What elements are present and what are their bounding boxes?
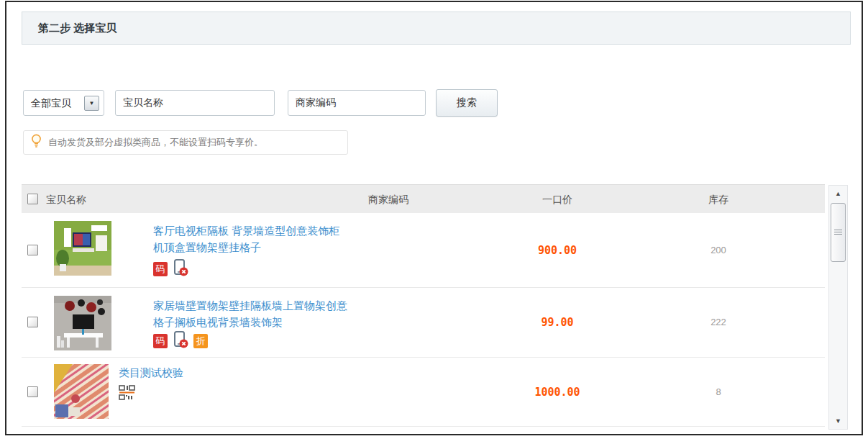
table-row: 家居墙壁置物架壁挂隔板墙上置物架创意 格子搁板电视背景墙装饰架 码 折 99.0… bbox=[22, 288, 825, 358]
merchant-code-input[interactable] bbox=[288, 90, 426, 116]
product-title-link[interactable]: 家居墙壁置物架壁挂隔板墙上置物架创意 格子搁板电视背景墙装饰架 bbox=[153, 297, 390, 330]
badge-group: 码 折 bbox=[153, 331, 208, 351]
scroll-up-icon[interactable]: ▲ bbox=[829, 187, 847, 200]
barcode-badge: 码 bbox=[153, 334, 168, 348]
scrollbar-grip bbox=[834, 230, 842, 235]
header-code: 商家编码 bbox=[324, 185, 453, 214]
product-title-link[interactable]: 客厅电视柜隔板 背景墙造型创意装饰柜 机顶盒置物架壁挂格子 bbox=[153, 222, 390, 255]
scroll-down-icon[interactable]: ▼ bbox=[829, 414, 847, 427]
header-price: 一口价 bbox=[500, 185, 615, 214]
product-image[interactable] bbox=[54, 221, 111, 276]
category-select[interactable]: 全部宝贝 ▼ bbox=[23, 90, 104, 116]
stock-value: 222 bbox=[661, 317, 776, 327]
notice-banner: 自动发货及部分虚拟类商品，不能设置扫码专享价。 bbox=[23, 130, 348, 155]
row-checkbox[interactable] bbox=[27, 245, 38, 255]
page-title: 第二步 选择宝贝 bbox=[22, 12, 850, 44]
price-value: 99.00 bbox=[500, 316, 615, 329]
badge-group: 码 bbox=[153, 259, 188, 279]
stock-value: 200 bbox=[661, 245, 776, 255]
select-all-checkbox[interactable] bbox=[27, 194, 38, 204]
row-checkbox[interactable] bbox=[27, 317, 38, 327]
panel-header: 第二步 选择宝贝 bbox=[22, 12, 851, 45]
notice-text: 自动发货及部分虚拟类商品，不能设置扫码专享价。 bbox=[48, 136, 263, 149]
row-checkbox[interactable] bbox=[27, 386, 38, 397]
lightbulb-icon bbox=[31, 134, 42, 151]
search-button[interactable]: 搜索 bbox=[436, 89, 498, 117]
header-stock: 库存 bbox=[661, 185, 776, 214]
item-name-input[interactable] bbox=[115, 90, 275, 116]
product-title-link[interactable]: 类目测试校验 bbox=[119, 364, 356, 381]
header-name: 宝贝名称 bbox=[46, 185, 86, 214]
panel-frame: 第二步 选择宝贝 全部宝贝 ▼ 搜索 自动发货及部分虚拟类商品，不能设置扫码专享… bbox=[5, 1, 863, 435]
stock-value: 8 bbox=[661, 386, 776, 397]
table-header: 宝贝名称 商家编码 一口价 库存 bbox=[22, 184, 825, 213]
scrollbar-thumb[interactable] bbox=[831, 203, 846, 262]
table-row: 类目测试校验 1000.00 8 bbox=[22, 358, 825, 427]
items-table: 宝贝名称 商家编码 一口价 库存 bbox=[22, 184, 825, 427]
product-image[interactable] bbox=[54, 364, 109, 419]
badge-group bbox=[119, 385, 137, 404]
price-value: 900.00 bbox=[500, 244, 615, 257]
product-image[interactable] bbox=[54, 296, 111, 350]
phone-unavailable-icon bbox=[173, 331, 188, 351]
table-row: 客厅电视柜隔板 背景墙造型创意装饰柜 机顶盒置物架壁挂格子 码 900.00 2… bbox=[22, 213, 825, 288]
chevron-down-icon[interactable]: ▼ bbox=[84, 96, 99, 111]
phone-unavailable-icon bbox=[173, 259, 188, 279]
qrcode-icon bbox=[119, 385, 137, 404]
vertical-scrollbar[interactable]: ▲ ▼ bbox=[828, 185, 848, 430]
price-value: 1000.00 bbox=[500, 386, 615, 399]
barcode-badge: 码 bbox=[153, 262, 168, 276]
discount-badge: 折 bbox=[193, 334, 208, 348]
